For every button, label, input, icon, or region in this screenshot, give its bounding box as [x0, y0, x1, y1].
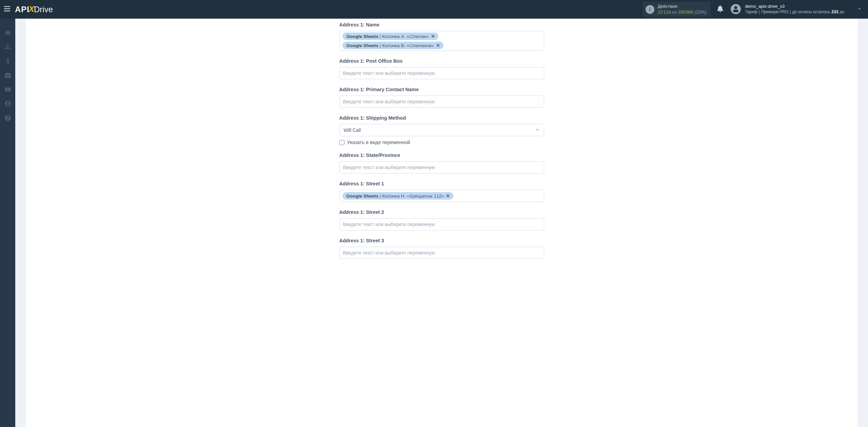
text-input[interactable]: Введите текст или выберите переменную — [339, 161, 544, 174]
notifications-button[interactable] — [717, 5, 723, 13]
form-card: Address 1: Name Google Sheets | Колонка … — [25, 19, 858, 427]
checkbox[interactable] — [339, 140, 344, 145]
username: demo_apix-drive_s3 — [745, 4, 844, 9]
sidebar-help[interactable] — [0, 111, 15, 125]
user-tariff: Тариф | Премиум PRO | до оплаты осталось… — [745, 9, 844, 15]
chevron-down-icon — [535, 127, 540, 133]
close-icon[interactable]: ✕ — [431, 34, 435, 39]
sidebar-profile[interactable] — [0, 97, 15, 111]
field-label: Address 1: Primary Contact Name — [339, 87, 544, 92]
sidebar-tools[interactable] — [0, 68, 15, 82]
info-icon: i — [646, 5, 654, 14]
sidebar — [0, 19, 15, 427]
user-menu[interactable]: demo_apix-drive_s3 Тариф | Премиум PRO |… — [731, 4, 844, 15]
text-input[interactable]: Введите текст или выберите переменную — [339, 67, 544, 79]
select-value: Will Call — [344, 127, 361, 133]
avatar — [731, 4, 741, 14]
logo-api: API — [15, 5, 29, 14]
tag-input[interactable]: Google Sheets | Колонка H: «Хрещатик 112… — [339, 190, 544, 202]
bell-icon — [717, 5, 723, 12]
field-label: Address 1: Street 1 — [339, 181, 544, 186]
variable-tag[interactable]: Google Sheets | Колонка B: «Степанов» ✕ — [342, 42, 443, 49]
variable-tag[interactable]: Google Sheets | Колонка A: «Степан» ✕ — [342, 33, 439, 40]
sidebar-billing[interactable] — [0, 54, 15, 68]
field-label: Address 1: Name — [339, 22, 544, 27]
logo-drive: Drive — [34, 5, 53, 14]
field-address-pobox: Address 1: Post Office Box Введите текст… — [339, 58, 544, 79]
hamburger-icon — [4, 6, 10, 12]
field-label: Address 1: Shipping Method — [339, 115, 544, 121]
field-label: Address 1: Post Office Box — [339, 58, 544, 64]
field-address-street3: Address 1: Street 3 Введите текст или вы… — [339, 238, 544, 259]
briefcase-icon — [5, 72, 11, 78]
sidebar-home[interactable] — [0, 25, 15, 40]
tag-input[interactable]: Google Sheets | Колонка A: «Степан» ✕ Go… — [339, 31, 544, 51]
app-header: API X Drive i Действия: 22'114 из 100'00… — [0, 0, 868, 19]
field-label: Address 1: Street 3 — [339, 238, 544, 243]
sitemap-icon — [5, 44, 11, 50]
text-input[interactable]: Введите текст или выберите переменную — [339, 247, 544, 259]
field-label: Address 1: Street 2 — [339, 209, 544, 215]
logo-x: X — [29, 4, 35, 14]
field-address-shipping: Address 1: Shipping Method Will Call Ука… — [339, 115, 544, 145]
home-icon — [5, 29, 11, 36]
menu-toggle[interactable] — [4, 6, 10, 13]
user-circle-icon — [5, 101, 11, 107]
actions-count: 22'114 — [658, 9, 671, 15]
select-input[interactable]: Will Call — [339, 124, 544, 136]
chevron-down-icon — [857, 6, 862, 11]
text-input[interactable]: Введите текст или выберите переменную — [339, 218, 544, 230]
field-address-primary-contact: Address 1: Primary Contact Name Введите … — [339, 87, 544, 108]
logo[interactable]: API X Drive — [15, 5, 53, 14]
field-address-street1: Address 1: Street 1 Google Sheets | Коло… — [339, 181, 544, 202]
field-address-name: Address 1: Name Google Sheets | Колонка … — [339, 22, 544, 51]
actions-of: из — [672, 9, 676, 15]
sidebar-connections[interactable] — [0, 40, 15, 54]
field-address-state: Address 1: State/Province Введите текст … — [339, 152, 544, 174]
actions-pct: (22%) — [694, 9, 706, 15]
close-icon[interactable]: ✕ — [436, 43, 440, 48]
main-content: Address 1: Name Google Sheets | Колонка … — [15, 19, 868, 427]
text-input[interactable]: Введите текст или выберите переменную — [339, 96, 544, 108]
actions-limit: 100'000 — [678, 9, 693, 15]
checkbox-row[interactable]: Указать в виде переменной — [339, 140, 544, 145]
checkbox-label: Указать в виде переменной — [347, 140, 410, 145]
variable-tag[interactable]: Google Sheets | Колонка H: «Хрещатик 112… — [342, 192, 454, 200]
actions-counter[interactable]: i Действия: 22'114 из 100'000 (22%) — [643, 2, 710, 17]
youtube-icon — [5, 86, 11, 93]
close-icon[interactable]: ✕ — [446, 193, 450, 199]
dollar-icon — [5, 58, 11, 64]
field-address-street2: Address 1: Street 2 Введите текст или вы… — [339, 209, 544, 230]
sidebar-videos[interactable] — [0, 82, 15, 97]
account-expand[interactable] — [857, 6, 862, 12]
actions-label: Действия: — [658, 4, 706, 9]
field-label: Address 1: State/Province — [339, 152, 544, 158]
question-icon — [5, 115, 11, 121]
user-icon — [733, 6, 739, 12]
